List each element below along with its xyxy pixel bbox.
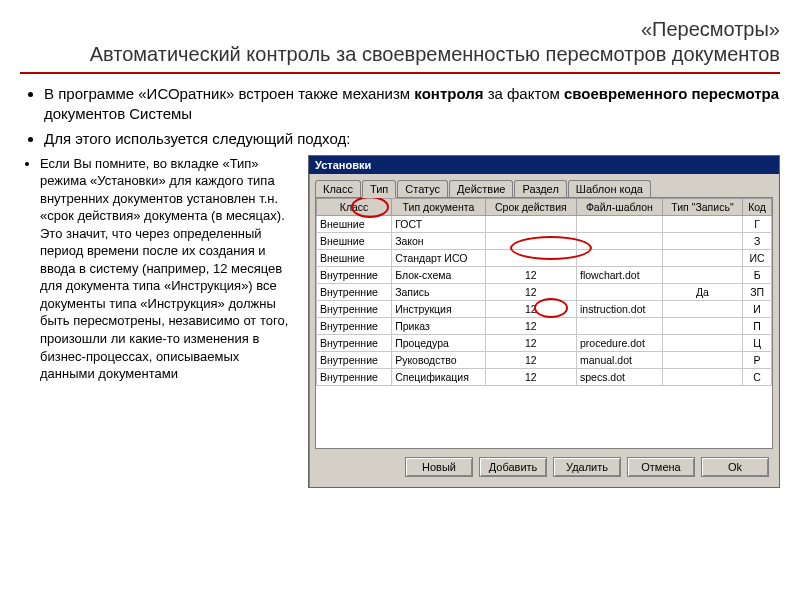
cell-file xyxy=(577,232,663,249)
slide-supertitle: «Пересмотры» xyxy=(20,18,780,41)
col-term[interactable]: Срок действия xyxy=(485,198,576,215)
settings-dialog: Установки Класс Тип Статус Действие Разд… xyxy=(308,155,780,488)
intro-bullet-list: В программе «ИСОратник» встроен также ме… xyxy=(44,84,780,149)
col-code[interactable]: Код xyxy=(743,198,772,215)
slide-title: Автоматический контроль за своевременнос… xyxy=(20,43,780,74)
cell-code: Б xyxy=(743,266,772,283)
table-row[interactable]: ВнешниеСтандарт ИСОИС xyxy=(317,249,772,266)
cell-class: Внешние xyxy=(317,249,392,266)
cell-class: Внутренние xyxy=(317,300,392,317)
cell-file xyxy=(577,215,663,232)
cell-rec: Да xyxy=(662,283,742,300)
cell-class: Внутренние xyxy=(317,283,392,300)
cell-term: 12 xyxy=(485,334,576,351)
cell-type: Закон xyxy=(392,232,486,249)
cell-code: Г xyxy=(743,215,772,232)
cell-code: З xyxy=(743,232,772,249)
tab-status[interactable]: Статус xyxy=(397,180,448,197)
cell-rec xyxy=(662,317,742,334)
cell-type: Запись xyxy=(392,283,486,300)
ok-button[interactable]: Ok xyxy=(701,457,769,477)
tab-action[interactable]: Действие xyxy=(449,180,513,197)
cell-rec xyxy=(662,300,742,317)
table-row[interactable]: ВнешниеЗаконЗ xyxy=(317,232,772,249)
cell-code: ИС xyxy=(743,249,772,266)
cell-rec xyxy=(662,232,742,249)
tab-section[interactable]: Раздел xyxy=(514,180,566,197)
cell-file: flowchart.dot xyxy=(577,266,663,283)
dialog-tabbar: Класс Тип Статус Действие Раздел Шаблон … xyxy=(315,180,773,197)
table-row[interactable]: ВнутренниеСпецификация12specs.dotС xyxy=(317,368,772,385)
cancel-button[interactable]: Отмена xyxy=(627,457,695,477)
cell-file: instruction.dot xyxy=(577,300,663,317)
cell-file: specs.dot xyxy=(577,368,663,385)
cell-class: Внутренние xyxy=(317,266,392,283)
cell-type: Инструкция xyxy=(392,300,486,317)
new-button[interactable]: Новый xyxy=(405,457,473,477)
cell-type: ГОСТ xyxy=(392,215,486,232)
add-button[interactable]: Добавить xyxy=(479,457,547,477)
cell-file xyxy=(577,249,663,266)
intro-bullet-2: Для этого используется следующий подход: xyxy=(44,129,780,149)
cell-type: Блок-схема xyxy=(392,266,486,283)
cell-term: 12 xyxy=(485,283,576,300)
cell-term: 12 xyxy=(485,317,576,334)
cell-rec xyxy=(662,249,742,266)
cell-file xyxy=(577,283,663,300)
cell-term: 12 xyxy=(485,266,576,283)
cell-type: Приказ xyxy=(392,317,486,334)
cell-file: manual.dot xyxy=(577,351,663,368)
cell-term: 12 xyxy=(485,351,576,368)
table-row[interactable]: ВнутренниеПроцедура12procedure.dotЦ xyxy=(317,334,772,351)
tab-class[interactable]: Класс xyxy=(315,180,361,197)
cell-code: Ц xyxy=(743,334,772,351)
tab-type[interactable]: Тип xyxy=(362,180,396,197)
cell-type: Стандарт ИСО xyxy=(392,249,486,266)
cell-class: Внутренние xyxy=(317,368,392,385)
left-bullet-list: Если Вы помните, во вкладке «Тип» режима… xyxy=(28,155,292,383)
cell-type: Руководство xyxy=(392,351,486,368)
col-record-type[interactable]: Тип "Запись" xyxy=(662,198,742,215)
cell-type: Процедура xyxy=(392,334,486,351)
cell-term xyxy=(485,232,576,249)
cell-rec xyxy=(662,334,742,351)
types-table-wrap: Класс Тип документа Срок действия Файл-ш… xyxy=(315,197,773,449)
cell-code: Р xyxy=(743,351,772,368)
intro-bullet-1: В программе «ИСОратник» встроен также ме… xyxy=(44,84,780,123)
cell-type: Спецификация xyxy=(392,368,486,385)
cell-file: procedure.dot xyxy=(577,334,663,351)
types-table: Класс Тип документа Срок действия Файл-ш… xyxy=(316,198,772,386)
table-row[interactable]: ВнутренниеБлок-схема12flowchart.dotБ xyxy=(317,266,772,283)
cell-code: И xyxy=(743,300,772,317)
cell-rec xyxy=(662,368,742,385)
dialog-button-bar: Новый Добавить Удалить Отмена Ok xyxy=(315,449,773,481)
cell-class: Внутренние xyxy=(317,334,392,351)
col-class[interactable]: Класс xyxy=(317,198,392,215)
tab-code-template[interactable]: Шаблон кода xyxy=(568,180,651,197)
cell-term: 12 xyxy=(485,300,576,317)
table-row[interactable]: ВнутренниеПриказ12П xyxy=(317,317,772,334)
delete-button[interactable]: Удалить xyxy=(553,457,621,477)
col-doc-type[interactable]: Тип документа xyxy=(392,198,486,215)
cell-class: Внешние xyxy=(317,215,392,232)
col-file-template[interactable]: Файл-шаблон xyxy=(577,198,663,215)
cell-code: С xyxy=(743,368,772,385)
cell-class: Внешние xyxy=(317,232,392,249)
cell-file xyxy=(577,317,663,334)
cell-code: ЗП xyxy=(743,283,772,300)
cell-class: Внутренние xyxy=(317,351,392,368)
table-row[interactable]: ВнутренниеЗапись12ДаЗП xyxy=(317,283,772,300)
table-row[interactable]: ВнутренниеИнструкция12instruction.dotИ xyxy=(317,300,772,317)
cell-class: Внутренние xyxy=(317,317,392,334)
cell-term: 12 xyxy=(485,368,576,385)
cell-term xyxy=(485,215,576,232)
cell-rec xyxy=(662,351,742,368)
cell-code: П xyxy=(743,317,772,334)
cell-term xyxy=(485,249,576,266)
cell-rec xyxy=(662,266,742,283)
cell-rec xyxy=(662,215,742,232)
left-bullet: Если Вы помните, во вкладке «Тип» режима… xyxy=(40,155,292,383)
table-row[interactable]: ВнутренниеРуководство12manual.dotР xyxy=(317,351,772,368)
table-row[interactable]: ВнешниеГОСТГ xyxy=(317,215,772,232)
dialog-titlebar: Установки xyxy=(309,156,779,174)
